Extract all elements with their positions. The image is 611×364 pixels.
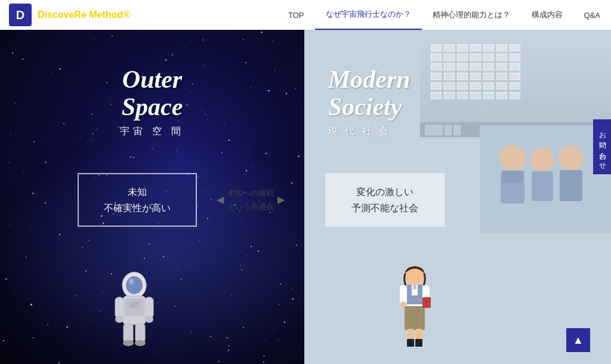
center-connector-area: ◀ 未知への挑戦 という共通点 ▶ xyxy=(197,173,304,227)
left-info-box: 未知 不確実性が高い xyxy=(78,173,197,227)
astronaut-figure xyxy=(110,269,158,346)
contact-side-tab[interactable]: お問い合わせ xyxy=(593,119,611,174)
arrow-left-button[interactable]: ◀ xyxy=(217,192,224,209)
right-info-box: 変化の激しい 予測不能な社会 xyxy=(325,173,445,227)
nav-item-mental[interactable]: 精神心理的能力とは？ xyxy=(422,0,521,30)
svg-point-8 xyxy=(145,316,153,323)
nav-item-qa[interactable]: Q&A xyxy=(573,0,611,30)
header: D DiscoveRe Method® TOPなぜ宇宙飛行士なのか？精神心理的能… xyxy=(0,0,611,30)
nav-item-why-astronaut[interactable]: なぜ宇宙飛行士なのか？ xyxy=(315,0,422,30)
center-label-line2: という共通点 xyxy=(227,200,274,214)
scroll-to-top-button[interactable]: ▲ xyxy=(566,328,590,352)
svg-rect-9 xyxy=(124,323,133,343)
scroll-top-icon: ▲ xyxy=(573,334,584,347)
svg-rect-22 xyxy=(480,125,611,233)
right-panel-society: Modern Society 現 代 社 会 変化の激しい 予測不能な社会 xyxy=(304,30,611,364)
outer-space-title-ja: 宇宙 空 間 xyxy=(120,125,185,138)
modern-society-title: Modern Society 現 代 社 会 xyxy=(328,66,411,138)
main-content: Outer Space 宇宙 空 間 未知 不確実性が高い xyxy=(0,30,611,364)
logo-text: DiscoveRe Method® xyxy=(38,10,130,20)
side-tab-label: お問い合わせ xyxy=(598,127,607,167)
students-image xyxy=(480,125,611,233)
building-image xyxy=(420,30,611,137)
outer-space-title-en: Outer Space xyxy=(120,66,185,121)
left-box-line1: 未知 xyxy=(128,184,147,200)
modern-society-title-ja: 現 代 社 会 xyxy=(328,125,411,138)
svg-point-7 xyxy=(115,316,124,323)
center-text-block: ◀ 未知への挑戦 という共通点 ▶ xyxy=(227,186,274,214)
student-figure xyxy=(394,263,436,352)
right-box-line2: 予測不能な社会 xyxy=(351,200,418,216)
svg-point-1 xyxy=(126,276,143,294)
arrow-right-button[interactable]: ▶ xyxy=(277,192,285,209)
svg-rect-25 xyxy=(413,285,416,289)
nav-item-contents[interactable]: 構成内容 xyxy=(521,0,573,30)
logo-block: D DiscoveRe Method® xyxy=(0,0,139,30)
svg-point-11 xyxy=(123,340,134,346)
svg-rect-6 xyxy=(145,297,153,318)
svg-rect-36 xyxy=(415,339,422,347)
center-label-line1: 未知への挑戦 xyxy=(227,186,274,200)
nav-item-top[interactable]: TOP xyxy=(277,0,315,30)
modern-society-title-en: Modern Society xyxy=(328,66,411,121)
outer-space-title: Outer Space 宇宙 空 間 xyxy=(120,66,185,138)
svg-rect-35 xyxy=(407,339,414,347)
left-box-line2: 不確実性が高い xyxy=(104,200,171,216)
nav: TOPなぜ宇宙飛行士なのか？精神心理的能力とは？構成内容Q&A xyxy=(277,0,611,30)
right-box-line1: 変化の激しい xyxy=(356,184,413,200)
svg-point-12 xyxy=(135,340,146,346)
svg-rect-13 xyxy=(129,302,139,308)
building-render xyxy=(420,30,611,137)
svg-rect-10 xyxy=(135,323,145,343)
logo-icon: D xyxy=(9,4,32,26)
svg-point-2 xyxy=(129,279,134,285)
svg-point-39 xyxy=(400,301,406,307)
svg-rect-5 xyxy=(115,297,124,318)
